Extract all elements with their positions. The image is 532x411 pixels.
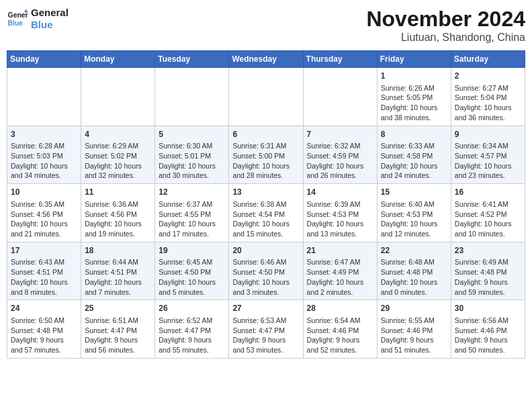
logo-line2: Blue — [31, 19, 69, 31]
calendar-cell: 1Sunrise: 6:26 AM Sunset: 5:05 PM Daylig… — [377, 68, 451, 126]
day-number: 4 — [85, 129, 151, 140]
day-number: 1 — [381, 71, 447, 82]
day-info: Sunrise: 6:44 AM Sunset: 4:51 PM Dayligh… — [85, 257, 151, 297]
svg-text:Blue: Blue — [8, 19, 24, 27]
calendar-cell: 8Sunrise: 6:33 AM Sunset: 4:58 PM Daylig… — [377, 126, 451, 184]
day-number: 17 — [11, 245, 77, 257]
calendar-cell: 6Sunrise: 6:31 AM Sunset: 5:00 PM Daylig… — [229, 126, 303, 184]
weekday-header-thursday: Thursday — [303, 51, 377, 68]
logo: General Blue General Blue — [7, 7, 69, 31]
calendar-cell: 16Sunrise: 6:41 AM Sunset: 4:52 PM Dayli… — [451, 184, 525, 242]
day-number: 20 — [232, 245, 299, 257]
day-info: Sunrise: 6:29 AM Sunset: 5:02 PM Dayligh… — [85, 141, 151, 181]
day-number: 30 — [455, 303, 521, 314]
day-info: Sunrise: 6:51 AM Sunset: 4:47 PM Dayligh… — [85, 316, 151, 355]
month-title: November 2024 — [366, 7, 525, 32]
calendar-cell — [303, 68, 377, 126]
logo-line1: General — [31, 7, 69, 19]
svg-text:General: General — [8, 11, 28, 19]
day-number: 24 — [11, 303, 77, 314]
day-number: 21 — [307, 245, 373, 257]
location-title: Liutuan, Shandong, China — [366, 32, 525, 44]
day-number: 19 — [159, 245, 225, 257]
calendar-cell: 25Sunrise: 6:51 AM Sunset: 4:47 PM Dayli… — [81, 300, 155, 359]
calendar-cell: 9Sunrise: 6:34 AM Sunset: 4:57 PM Daylig… — [451, 126, 525, 184]
calendar-cell: 28Sunrise: 6:54 AM Sunset: 4:46 PM Dayli… — [303, 300, 377, 359]
page-header: General Blue General Blue November 2024 … — [7, 7, 525, 44]
calendar-cell: 20Sunrise: 6:46 AM Sunset: 4:50 PM Dayli… — [229, 242, 303, 300]
calendar-week-3: 10Sunrise: 6:35 AM Sunset: 4:56 PM Dayli… — [7, 184, 525, 242]
day-info: Sunrise: 6:38 AM Sunset: 4:54 PM Dayligh… — [232, 199, 299, 239]
day-number: 13 — [232, 187, 299, 198]
day-info: Sunrise: 6:35 AM Sunset: 4:56 PM Dayligh… — [11, 199, 77, 239]
day-number: 11 — [85, 187, 151, 198]
calendar-week-5: 24Sunrise: 6:50 AM Sunset: 4:48 PM Dayli… — [7, 300, 525, 359]
day-info: Sunrise: 6:45 AM Sunset: 4:50 PM Dayligh… — [159, 257, 225, 297]
day-number: 3 — [11, 129, 77, 140]
calendar-cell: 7Sunrise: 6:32 AM Sunset: 4:59 PM Daylig… — [303, 126, 377, 184]
day-info: Sunrise: 6:54 AM Sunset: 4:46 PM Dayligh… — [307, 316, 373, 355]
day-number: 7 — [307, 129, 373, 140]
day-info: Sunrise: 6:43 AM Sunset: 4:51 PM Dayligh… — [11, 257, 77, 297]
weekday-header-row: SundayMondayTuesdayWednesdayThursdayFrid… — [7, 51, 525, 68]
calendar-cell: 29Sunrise: 6:55 AM Sunset: 4:46 PM Dayli… — [377, 300, 451, 359]
calendar-cell: 24Sunrise: 6:50 AM Sunset: 4:48 PM Dayli… — [7, 300, 81, 359]
day-number: 10 — [11, 187, 77, 198]
day-number: 6 — [232, 129, 299, 140]
day-info: Sunrise: 6:36 AM Sunset: 4:56 PM Dayligh… — [85, 199, 151, 239]
day-number: 9 — [455, 129, 521, 140]
calendar-cell: 19Sunrise: 6:45 AM Sunset: 4:50 PM Dayli… — [155, 242, 229, 300]
calendar-cell: 23Sunrise: 6:49 AM Sunset: 4:48 PM Dayli… — [451, 242, 525, 300]
day-number: 8 — [381, 129, 447, 140]
calendar-week-2: 3Sunrise: 6:28 AM Sunset: 5:03 PM Daylig… — [7, 126, 525, 184]
day-info: Sunrise: 6:52 AM Sunset: 4:47 PM Dayligh… — [159, 316, 225, 355]
day-info: Sunrise: 6:41 AM Sunset: 4:52 PM Dayligh… — [455, 199, 521, 239]
day-info: Sunrise: 6:33 AM Sunset: 4:58 PM Dayligh… — [381, 141, 447, 181]
calendar-cell: 17Sunrise: 6:43 AM Sunset: 4:51 PM Dayli… — [7, 242, 81, 300]
day-info: Sunrise: 6:34 AM Sunset: 4:57 PM Dayligh… — [455, 141, 521, 181]
day-info: Sunrise: 6:55 AM Sunset: 4:46 PM Dayligh… — [381, 316, 447, 355]
weekday-header-wednesday: Wednesday — [229, 51, 303, 68]
day-number: 12 — [159, 187, 225, 198]
day-info: Sunrise: 6:32 AM Sunset: 4:59 PM Dayligh… — [307, 141, 373, 181]
calendar-week-1: 1Sunrise: 6:26 AM Sunset: 5:05 PM Daylig… — [7, 68, 525, 126]
day-number: 15 — [381, 187, 447, 198]
calendar-cell: 10Sunrise: 6:35 AM Sunset: 4:56 PM Dayli… — [7, 184, 81, 242]
weekday-header-tuesday: Tuesday — [155, 51, 229, 68]
weekday-header-friday: Friday — [377, 51, 451, 68]
calendar-cell: 12Sunrise: 6:37 AM Sunset: 4:55 PM Dayli… — [155, 184, 229, 242]
calendar-cell: 13Sunrise: 6:38 AM Sunset: 4:54 PM Dayli… — [229, 184, 303, 242]
day-number: 26 — [159, 303, 225, 314]
day-info: Sunrise: 6:48 AM Sunset: 4:48 PM Dayligh… — [381, 257, 447, 297]
calendar-table: SundayMondayTuesdayWednesdayThursdayFrid… — [7, 50, 525, 359]
calendar-cell — [7, 68, 81, 126]
calendar-cell: 22Sunrise: 6:48 AM Sunset: 4:48 PM Dayli… — [377, 242, 451, 300]
day-info: Sunrise: 6:37 AM Sunset: 4:55 PM Dayligh… — [159, 199, 225, 239]
calendar-week-4: 17Sunrise: 6:43 AM Sunset: 4:51 PM Dayli… — [7, 242, 525, 300]
calendar-cell: 14Sunrise: 6:39 AM Sunset: 4:53 PM Dayli… — [303, 184, 377, 242]
day-number: 22 — [381, 245, 447, 257]
calendar-cell: 27Sunrise: 6:53 AM Sunset: 4:47 PM Dayli… — [229, 300, 303, 359]
day-number: 16 — [455, 187, 521, 198]
day-info: Sunrise: 6:30 AM Sunset: 5:01 PM Dayligh… — [159, 141, 225, 181]
calendar-cell: 4Sunrise: 6:29 AM Sunset: 5:02 PM Daylig… — [81, 126, 155, 184]
calendar-cell: 2Sunrise: 6:27 AM Sunset: 5:04 PM Daylig… — [451, 68, 525, 126]
calendar-cell: 26Sunrise: 6:52 AM Sunset: 4:47 PM Dayli… — [155, 300, 229, 359]
calendar-cell — [155, 68, 229, 126]
weekday-header-monday: Monday — [81, 51, 155, 68]
calendar-cell: 5Sunrise: 6:30 AM Sunset: 5:01 PM Daylig… — [155, 126, 229, 184]
day-number: 18 — [85, 245, 151, 257]
svg-marker-2 — [24, 9, 28, 13]
day-info: Sunrise: 6:31 AM Sunset: 5:00 PM Dayligh… — [232, 141, 299, 181]
day-info: Sunrise: 6:28 AM Sunset: 5:03 PM Dayligh… — [11, 141, 77, 181]
logo-icon: General Blue — [7, 8, 28, 30]
day-info: Sunrise: 6:49 AM Sunset: 4:48 PM Dayligh… — [455, 257, 521, 297]
weekday-header-saturday: Saturday — [451, 51, 525, 68]
day-info: Sunrise: 6:40 AM Sunset: 4:53 PM Dayligh… — [381, 199, 447, 239]
day-number: 25 — [85, 303, 151, 314]
calendar-cell: 3Sunrise: 6:28 AM Sunset: 5:03 PM Daylig… — [7, 126, 81, 184]
day-info: Sunrise: 6:39 AM Sunset: 4:53 PM Dayligh… — [307, 199, 373, 239]
calendar-cell: 21Sunrise: 6:47 AM Sunset: 4:49 PM Dayli… — [303, 242, 377, 300]
day-number: 27 — [232, 303, 299, 314]
day-number: 2 — [455, 71, 521, 82]
